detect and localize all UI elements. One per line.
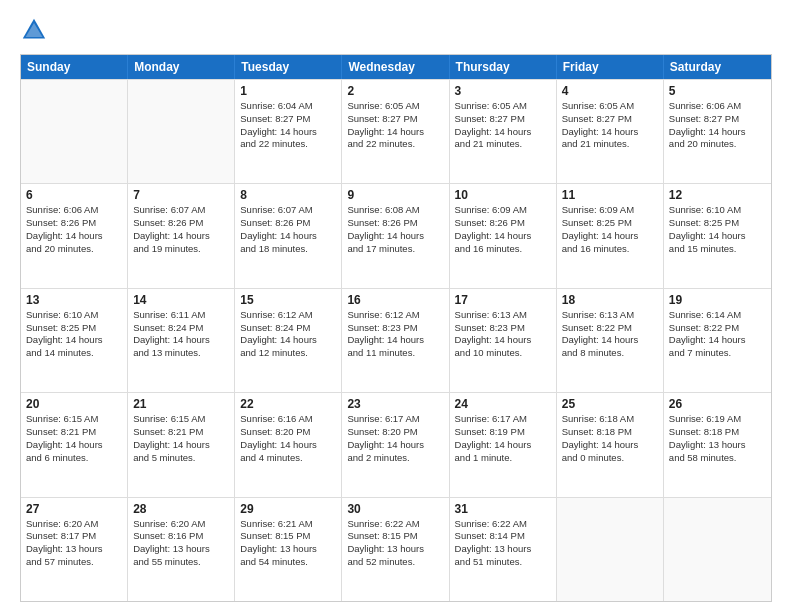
cell-info-line: Sunset: 8:18 PM — [669, 426, 766, 439]
day-number: 16 — [347, 293, 443, 307]
cell-info-line: Sunset: 8:24 PM — [240, 322, 336, 335]
cell-info-line: Sunrise: 6:22 AM — [455, 518, 551, 531]
cell-info-line: Sunrise: 6:17 AM — [347, 413, 443, 426]
cell-info-line: and 12 minutes. — [240, 347, 336, 360]
calendar-cell: 9Sunrise: 6:08 AMSunset: 8:26 PMDaylight… — [342, 184, 449, 287]
calendar-cell: 15Sunrise: 6:12 AMSunset: 8:24 PMDayligh… — [235, 289, 342, 392]
cell-info-line: Sunrise: 6:20 AM — [26, 518, 122, 531]
day-number: 18 — [562, 293, 658, 307]
calendar-cell: 19Sunrise: 6:14 AMSunset: 8:22 PMDayligh… — [664, 289, 771, 392]
calendar-cell: 29Sunrise: 6:21 AMSunset: 8:15 PMDayligh… — [235, 498, 342, 601]
calendar-row-4: 27Sunrise: 6:20 AMSunset: 8:17 PMDayligh… — [21, 497, 771, 601]
cell-info-line: and 54 minutes. — [240, 556, 336, 569]
cell-info-line: Daylight: 13 hours — [26, 543, 122, 556]
cell-info-line: Sunrise: 6:22 AM — [347, 518, 443, 531]
day-number: 4 — [562, 84, 658, 98]
cell-info-line: Sunset: 8:23 PM — [455, 322, 551, 335]
day-number: 27 — [26, 502, 122, 516]
cell-info-line: Sunset: 8:27 PM — [562, 113, 658, 126]
cell-info-line: Sunrise: 6:15 AM — [26, 413, 122, 426]
cell-info-line: and 21 minutes. — [562, 138, 658, 151]
cell-info-line: Sunset: 8:17 PM — [26, 530, 122, 543]
calendar-cell: 26Sunrise: 6:19 AMSunset: 8:18 PMDayligh… — [664, 393, 771, 496]
cell-info-line: Sunrise: 6:16 AM — [240, 413, 336, 426]
cell-info-line: Sunrise: 6:05 AM — [455, 100, 551, 113]
cell-info-line: Sunrise: 6:07 AM — [133, 204, 229, 217]
calendar-cell: 18Sunrise: 6:13 AMSunset: 8:22 PMDayligh… — [557, 289, 664, 392]
cell-info-line: and 55 minutes. — [133, 556, 229, 569]
cell-info-line: Sunrise: 6:05 AM — [562, 100, 658, 113]
day-number: 25 — [562, 397, 658, 411]
cell-info-line: Sunset: 8:25 PM — [26, 322, 122, 335]
cell-info-line: Daylight: 13 hours — [240, 543, 336, 556]
calendar-cell: 22Sunrise: 6:16 AMSunset: 8:20 PMDayligh… — [235, 393, 342, 496]
cell-info-line: Daylight: 14 hours — [26, 230, 122, 243]
calendar-row-2: 13Sunrise: 6:10 AMSunset: 8:25 PMDayligh… — [21, 288, 771, 392]
cell-info-line: Sunset: 8:22 PM — [562, 322, 658, 335]
day-number: 21 — [133, 397, 229, 411]
cell-info-line: Sunset: 8:16 PM — [133, 530, 229, 543]
cell-info-line: Daylight: 14 hours — [347, 230, 443, 243]
cell-info-line: Sunrise: 6:10 AM — [26, 309, 122, 322]
cell-info-line: Daylight: 13 hours — [347, 543, 443, 556]
day-number: 14 — [133, 293, 229, 307]
day-number: 7 — [133, 188, 229, 202]
calendar-body: 1Sunrise: 6:04 AMSunset: 8:27 PMDaylight… — [21, 79, 771, 601]
cell-info-line: Sunset: 8:20 PM — [240, 426, 336, 439]
cell-info-line: Daylight: 14 hours — [455, 126, 551, 139]
cell-info-line: Sunrise: 6:17 AM — [455, 413, 551, 426]
cell-info-line: Sunrise: 6:19 AM — [669, 413, 766, 426]
cell-info-line: and 21 minutes. — [455, 138, 551, 151]
calendar: SundayMondayTuesdayWednesdayThursdayFrid… — [20, 54, 772, 602]
page: SundayMondayTuesdayWednesdayThursdayFrid… — [0, 0, 792, 612]
cell-info-line: Sunset: 8:22 PM — [669, 322, 766, 335]
cell-info-line: Sunrise: 6:20 AM — [133, 518, 229, 531]
cell-info-line: Daylight: 13 hours — [455, 543, 551, 556]
cell-info-line: and 14 minutes. — [26, 347, 122, 360]
calendar-cell — [664, 498, 771, 601]
cell-info-line: Sunrise: 6:05 AM — [347, 100, 443, 113]
logo-icon — [20, 16, 48, 44]
cell-info-line: and 22 minutes. — [347, 138, 443, 151]
cell-info-line: and 15 minutes. — [669, 243, 766, 256]
cell-info-line: Daylight: 13 hours — [133, 543, 229, 556]
cell-info-line: Daylight: 14 hours — [26, 334, 122, 347]
day-number: 9 — [347, 188, 443, 202]
cell-info-line: and 6 minutes. — [26, 452, 122, 465]
cell-info-line: Daylight: 14 hours — [240, 334, 336, 347]
calendar-cell: 13Sunrise: 6:10 AMSunset: 8:25 PMDayligh… — [21, 289, 128, 392]
cell-info-line: Sunrise: 6:12 AM — [240, 309, 336, 322]
cell-info-line: and 18 minutes. — [240, 243, 336, 256]
calendar-cell: 28Sunrise: 6:20 AMSunset: 8:16 PMDayligh… — [128, 498, 235, 601]
cell-info-line: Daylight: 14 hours — [26, 439, 122, 452]
cell-info-line: and 11 minutes. — [347, 347, 443, 360]
calendar-cell: 4Sunrise: 6:05 AMSunset: 8:27 PMDaylight… — [557, 80, 664, 183]
cell-info-line: Daylight: 14 hours — [240, 439, 336, 452]
cell-info-line: Daylight: 13 hours — [669, 439, 766, 452]
calendar-cell: 16Sunrise: 6:12 AMSunset: 8:23 PMDayligh… — [342, 289, 449, 392]
calendar-cell: 6Sunrise: 6:06 AMSunset: 8:26 PMDaylight… — [21, 184, 128, 287]
calendar-cell: 14Sunrise: 6:11 AMSunset: 8:24 PMDayligh… — [128, 289, 235, 392]
calendar-cell: 17Sunrise: 6:13 AMSunset: 8:23 PMDayligh… — [450, 289, 557, 392]
cell-info-line: Sunset: 8:27 PM — [455, 113, 551, 126]
cell-info-line: Sunset: 8:18 PM — [562, 426, 658, 439]
day-number: 8 — [240, 188, 336, 202]
cell-info-line: and 17 minutes. — [347, 243, 443, 256]
cell-info-line: and 52 minutes. — [347, 556, 443, 569]
cell-info-line: Sunrise: 6:18 AM — [562, 413, 658, 426]
day-number: 2 — [347, 84, 443, 98]
cell-info-line: Sunrise: 6:08 AM — [347, 204, 443, 217]
day-number: 12 — [669, 188, 766, 202]
calendar-cell: 12Sunrise: 6:10 AMSunset: 8:25 PMDayligh… — [664, 184, 771, 287]
weekday-header-tuesday: Tuesday — [235, 55, 342, 79]
day-number: 3 — [455, 84, 551, 98]
cell-info-line: Sunset: 8:23 PM — [347, 322, 443, 335]
cell-info-line: Daylight: 14 hours — [133, 230, 229, 243]
cell-info-line: Sunset: 8:26 PM — [240, 217, 336, 230]
day-number: 29 — [240, 502, 336, 516]
day-number: 17 — [455, 293, 551, 307]
cell-info-line: Sunset: 8:27 PM — [669, 113, 766, 126]
cell-info-line: Sunrise: 6:13 AM — [562, 309, 658, 322]
cell-info-line: Sunrise: 6:13 AM — [455, 309, 551, 322]
cell-info-line: Daylight: 14 hours — [669, 126, 766, 139]
